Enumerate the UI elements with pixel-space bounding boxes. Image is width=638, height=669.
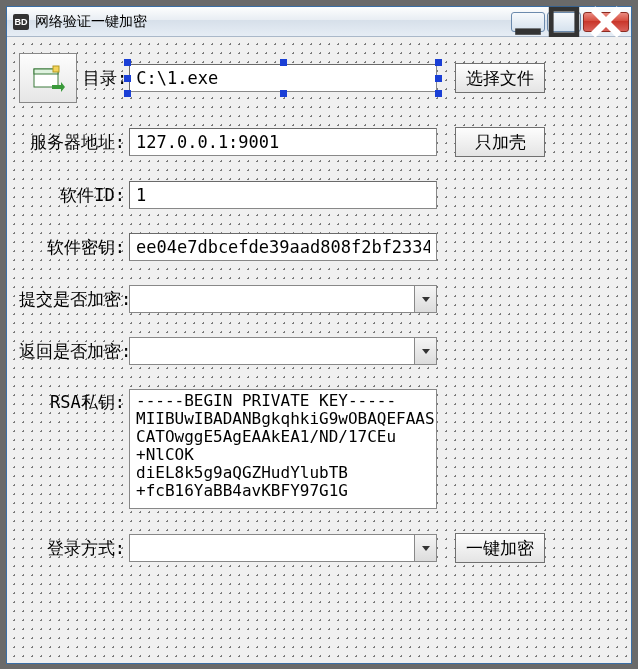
software-id-label: 软件ID: [19, 184, 129, 207]
selection-handle[interactable] [435, 90, 442, 97]
submit-encrypt-combo[interactable] [129, 285, 437, 313]
chevron-down-icon[interactable] [414, 286, 436, 312]
svg-rect-1 [551, 9, 577, 35]
svg-rect-6 [53, 66, 59, 72]
software-id-input[interactable] [129, 181, 437, 209]
window-title: 网络验证一键加密 [35, 13, 511, 31]
server-addr-input[interactable] [129, 128, 437, 156]
svg-rect-0 [515, 28, 541, 34]
folder-arrow-icon [31, 63, 65, 93]
choose-file-button[interactable]: 选择文件 [455, 63, 545, 93]
directory-label: 目录: [81, 67, 129, 90]
login-mode-value [130, 535, 414, 561]
selection-handle[interactable] [435, 59, 442, 66]
return-encrypt-value [130, 338, 414, 364]
software-key-input[interactable] [129, 233, 437, 261]
submit-encrypt-label: 提交是否加密: [19, 288, 129, 311]
selection-handle[interactable] [124, 59, 131, 66]
form-surface: 目录: 选择文件 服务器地址: 只加壳 [7, 37, 631, 663]
open-file-button[interactable] [19, 53, 77, 103]
selection-handle[interactable] [435, 75, 442, 82]
shell-only-button[interactable]: 只加壳 [455, 127, 545, 157]
maximize-button[interactable] [547, 12, 581, 32]
rsa-key-textarea[interactable] [129, 389, 437, 509]
software-key-label: 软件密钥: [19, 236, 129, 259]
app-window: BD 网络验证一键加密 [6, 6, 632, 664]
login-mode-combo[interactable] [129, 534, 437, 562]
selection-handle[interactable] [280, 59, 287, 66]
login-mode-label: 登录方式: [19, 537, 129, 560]
selection-handle[interactable] [280, 90, 287, 97]
return-encrypt-combo[interactable] [129, 337, 437, 365]
chevron-down-icon[interactable] [414, 338, 436, 364]
submit-encrypt-value [130, 286, 414, 312]
app-icon: BD [13, 14, 29, 30]
chevron-down-icon[interactable] [414, 535, 436, 561]
rsa-key-label: RSA私钥: [19, 389, 129, 414]
close-button[interactable] [583, 12, 629, 32]
server-addr-label: 服务器地址: [19, 131, 129, 154]
directory-input[interactable] [129, 64, 437, 92]
selection-handle[interactable] [124, 90, 131, 97]
one-click-encrypt-button[interactable]: 一键加密 [455, 533, 545, 563]
titlebar: BD 网络验证一键加密 [7, 7, 631, 37]
selection-handle[interactable] [124, 75, 131, 82]
return-encrypt-label: 返回是否加密: [19, 340, 129, 363]
minimize-button[interactable] [511, 12, 545, 32]
